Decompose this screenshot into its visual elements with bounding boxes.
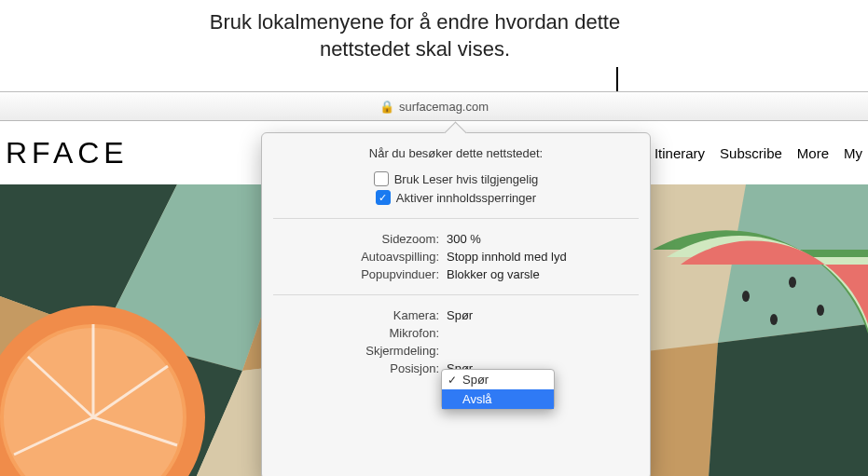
nav-subscribe[interactable]: Subscribe: [720, 145, 782, 161]
svg-marker-12: [709, 324, 868, 476]
website-settings-popover: Når du besøker dette nettstedet: Bruk Le…: [261, 132, 651, 476]
autoplay-label: Autoavspilling:: [273, 250, 447, 264]
dropdown-option-label: Avslå: [462, 392, 492, 406]
screen-sharing-label: Skjermdeling:: [273, 344, 447, 358]
location-label: Posisjon:: [273, 361, 447, 375]
nav-my[interactable]: My: [844, 145, 862, 161]
page-content: RFACE Itinerary Subscribe More My: [0, 121, 868, 476]
reader-checkbox[interactable]: [374, 171, 389, 186]
svg-point-23: [817, 305, 824, 316]
site-logo: RFACE: [6, 136, 129, 170]
divider: [273, 218, 639, 219]
divider: [273, 294, 639, 295]
lock-icon: 🔒: [379, 100, 394, 114]
reader-checkbox-row[interactable]: Bruk Leser hvis tilgjengelig: [273, 171, 639, 186]
page-zoom-value[interactable]: 300 %: [447, 232, 481, 246]
content-blockers-checkbox-label: Aktiver innholdssperringer: [396, 191, 536, 205]
popover-title: Når du besøker dette nettstedet:: [273, 146, 639, 160]
address-domain: surfacemag.com: [399, 100, 489, 114]
browser-window: 🔒 surfacemag.com RFACE Itinerary Subscri…: [0, 91, 868, 476]
site-nav: Itinerary Subscribe More My: [654, 145, 862, 161]
svg-point-24: [770, 314, 778, 325]
page-zoom-label: Sidezoom:: [273, 232, 447, 246]
autoplay-value[interactable]: Stopp innhold med lyd: [447, 250, 567, 264]
reader-checkbox-label: Bruk Leser hvis tilgjengelig: [394, 172, 539, 186]
popups-value[interactable]: Blokker og varsle: [447, 267, 540, 281]
nav-itinerary[interactable]: Itinerary: [654, 145, 705, 161]
permission-dropdown-open[interactable]: ✓ Spør Avslå: [441, 369, 555, 410]
nav-more[interactable]: More: [797, 145, 829, 161]
svg-point-22: [789, 277, 796, 288]
camera-value[interactable]: Spør: [447, 308, 473, 322]
popups-label: Popupvinduer:: [273, 267, 447, 281]
camera-label: Kamera:: [273, 308, 447, 322]
dropdown-option-ask[interactable]: ✓ Spør: [442, 370, 554, 389]
svg-point-21: [742, 291, 750, 302]
address-bar[interactable]: 🔒 surfacemag.com: [0, 92, 868, 121]
content-blockers-checkbox-row[interactable]: ✓ Aktiver innholdssperringer: [273, 190, 639, 205]
dropdown-option-deny[interactable]: Avslå: [442, 389, 554, 409]
content-blockers-checkbox[interactable]: ✓: [376, 190, 391, 205]
microphone-label: Mikrofon:: [273, 326, 447, 340]
check-icon: ✓: [448, 374, 457, 387]
dropdown-option-label: Spør: [462, 373, 489, 387]
help-caption: Bruk lokalmenyene for å endre hvordan de…: [163, 9, 667, 62]
